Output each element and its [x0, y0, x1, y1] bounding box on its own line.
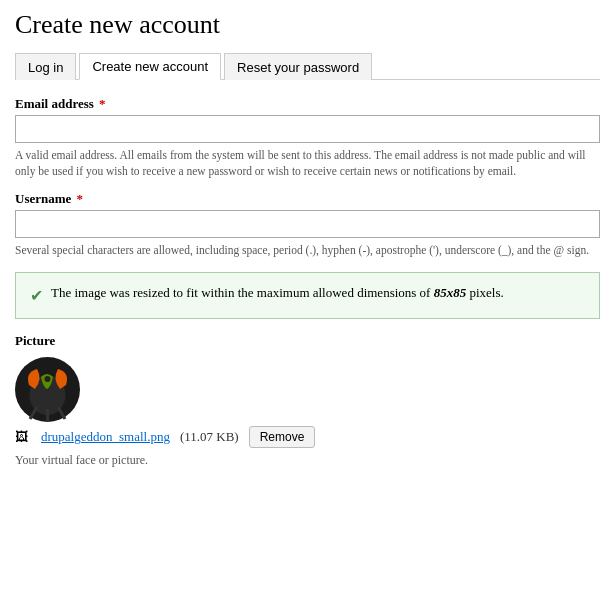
file-link[interactable]: drupalgeddon_small.png	[41, 429, 170, 445]
picture-section: Picture 🖼 drupalgeddon_small.png (11.07 …	[15, 333, 600, 468]
resize-alert: ✔ The image was resized to fit within th…	[15, 272, 600, 319]
svg-point-2	[45, 376, 51, 382]
email-input[interactable]	[15, 115, 600, 143]
email-description: A valid email address. All emails from t…	[15, 147, 600, 179]
tab-create-account[interactable]: Create new account	[79, 53, 221, 80]
tab-login[interactable]: Log in	[15, 53, 76, 80]
file-icon: 🖼	[15, 429, 31, 445]
username-input[interactable]	[15, 210, 600, 238]
tab-reset-password[interactable]: Reset your password	[224, 53, 372, 80]
email-required-marker: *	[96, 96, 106, 111]
username-field-group: Username * Several special characters ar…	[15, 191, 600, 258]
checkmark-icon: ✔	[30, 284, 43, 308]
tab-bar: Log in Create new account Reset your pas…	[15, 52, 600, 80]
email-field-group: Email address * A valid email address. A…	[15, 96, 600, 179]
username-required-marker: *	[73, 191, 83, 206]
alert-dimensions: 85x85	[434, 285, 467, 300]
picture-label: Picture	[15, 333, 600, 349]
username-label: Username *	[15, 191, 600, 207]
picture-description: Your virtual face or picture.	[15, 453, 600, 468]
file-size: (11.07 KB)	[180, 429, 239, 445]
remove-button[interactable]: Remove	[249, 426, 316, 448]
email-label: Email address *	[15, 96, 600, 112]
picture-preview	[15, 357, 80, 422]
alert-text: The image was resized to fit within the …	[51, 283, 504, 303]
page-title: Create new account	[15, 10, 600, 40]
username-description: Several special characters are allowed, …	[15, 242, 600, 258]
file-row: 🖼 drupalgeddon_small.png (11.07 KB) Remo…	[15, 426, 600, 448]
